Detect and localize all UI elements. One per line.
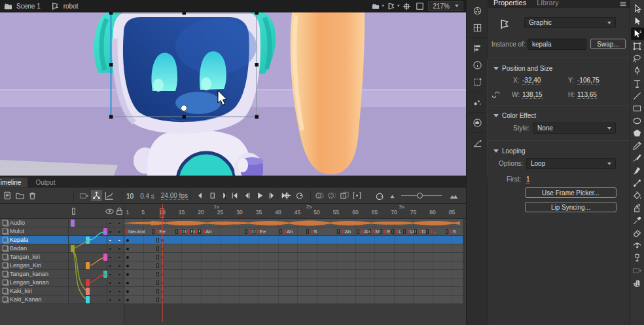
layer-lock-dot[interactable]: [118, 240, 120, 242]
frame-row-lengan_kiri[interactable]: [124, 261, 463, 270]
symbol-breadcrumb[interactable]: robot: [63, 3, 79, 10]
motion-editor-icon[interactable]: [469, 134, 486, 151]
tab-library[interactable]: Library: [537, 0, 559, 8]
layer-visibility-dot[interactable]: [109, 274, 111, 276]
free-transform-icon[interactable]: [631, 40, 644, 52]
layer-row-tangan_kiri[interactable]: Tangan_kiri: [0, 253, 124, 261]
layer-lock-dot[interactable]: [118, 248, 120, 250]
transform-panel-icon[interactable]: [469, 73, 486, 90]
rig-parent-bar[interactable]: [86, 237, 90, 244]
rig-parent-bar[interactable]: [103, 254, 107, 261]
new-folder-icon[interactable]: [14, 190, 26, 201]
layer-visibility-dot[interactable]: [109, 299, 111, 301]
layer-visibility-dot[interactable]: [109, 231, 111, 233]
playhead-handle[interactable]: [160, 208, 164, 218]
layer-lock-dot[interactable]: [118, 257, 120, 259]
edit-symbols-icon[interactable]: [386, 1, 397, 12]
frame-row-mulut[interactable]: NeutralEeDErFAhDEeAhSAhAhMELUhD..S: [124, 227, 463, 236]
symbol-type-dropdown[interactable]: Graphic: [524, 17, 616, 28]
loop-options-dropdown[interactable]: Loop: [526, 158, 616, 169]
frame-markers-icon[interactable]: [351, 190, 363, 201]
transform-point[interactable]: [181, 105, 187, 111]
stop-frame-icon[interactable]: [207, 190, 218, 201]
stage-canvas[interactable]: [0, 12, 466, 176]
zoom-in-mountains-icon[interactable]: [448, 190, 459, 201]
frame-row-badan[interactable]: [124, 244, 463, 253]
frame-grid-panel[interactable]: 1s2s3s1510152025303540455055606570758085…: [124, 204, 466, 325]
text-icon[interactable]: [631, 77, 644, 90]
layer-row-audio[interactable]: Audio: [0, 219, 124, 227]
edit-scene-icon[interactable]: [370, 1, 382, 12]
pen-icon[interactable]: [631, 65, 644, 77]
layer-row-tangan_kanan[interactable]: Tangan_kanan: [0, 270, 124, 278]
layer-visibility-dot[interactable]: [109, 265, 111, 267]
scene-breadcrumb[interactable]: Scene 1: [16, 3, 41, 10]
layer-lock-dot[interactable]: [118, 265, 120, 267]
rig-parent-bar[interactable]: [86, 288, 90, 295]
clip-content-icon[interactable]: [414, 1, 425, 12]
tab-timeline[interactable]: Timeline: [0, 178, 27, 187]
frame-back-icon[interactable]: [194, 190, 206, 201]
layer-lock-dot[interactable]: [118, 231, 120, 233]
camera-icon[interactable]: [79, 190, 90, 201]
ink-bottle-icon[interactable]: [631, 202, 644, 214]
info-panel-icon[interactable]: [469, 56, 486, 73]
onion-outline-icon[interactable]: [327, 190, 338, 201]
instance-name-field[interactable]: kepala: [528, 39, 586, 50]
section-looping[interactable]: Looping: [488, 143, 630, 157]
current-frame-value[interactable]: 10: [126, 193, 134, 200]
art-brush-icon[interactable]: [631, 152, 644, 164]
layer-visibility-dot[interactable]: [109, 257, 111, 259]
zoom-out-mini-icon[interactable]: [387, 190, 398, 201]
layer-visibility-dot[interactable]: [109, 291, 111, 293]
style-dropdown[interactable]: None: [533, 123, 616, 134]
rig-parent-bar[interactable]: [103, 271, 107, 278]
frame-row-kaki_kiri[interactable]: [124, 287, 463, 296]
lock-icon[interactable]: [114, 206, 125, 217]
play-icon[interactable]: [254, 190, 265, 201]
y-value[interactable]: -106,75: [577, 77, 599, 85]
cc-libraries-icon[interactable]: [469, 114, 486, 131]
rig-parent-bar[interactable]: [71, 245, 75, 252]
onion-skin-icon[interactable]: [314, 190, 325, 201]
align-icon[interactable]: [469, 39, 486, 56]
layer-row-badan[interactable]: Badan: [0, 244, 124, 253]
first-frame-icon[interactable]: [229, 190, 240, 201]
prev-frame-icon[interactable]: [241, 190, 253, 201]
swatches-icon[interactable]: [469, 19, 486, 36]
selection-icon[interactable]: [631, 15, 644, 28]
panel-menu-icon[interactable]: [617, 0, 628, 8]
rig-parent-bar[interactable]: [86, 262, 90, 269]
zoom-slider-knob[interactable]: [417, 193, 423, 199]
frame-row-tangan_kiri[interactable]: [124, 253, 463, 261]
rig-parent-bar[interactable]: [103, 228, 107, 235]
oval-icon[interactable]: [631, 115, 644, 127]
pencil-icon[interactable]: [631, 140, 644, 152]
layer-visibility-dot[interactable]: [109, 240, 111, 242]
rectangle-icon[interactable]: [631, 102, 644, 115]
layer-lock-dot[interactable]: [118, 282, 120, 284]
layer-row-mulut[interactable]: Mulut: [0, 227, 124, 236]
frame-row-tangan_kanan[interactable]: [124, 270, 463, 278]
x-value[interactable]: -32,40: [522, 77, 541, 85]
layer-row-kepala[interactable]: Kepala: [0, 236, 124, 244]
timeline-zoom-slider[interactable]: [401, 195, 442, 196]
selection-active-icon[interactable]: [631, 28, 644, 40]
frame-row-kaki_kanan[interactable]: [124, 296, 463, 304]
layer-lock-dot[interactable]: [118, 299, 120, 301]
stage-zoom-select[interactable]: 217%: [428, 1, 463, 11]
asset-warp-icon[interactable]: [631, 252, 644, 264]
use-frame-picker-button[interactable]: Use Frame Picker...: [525, 187, 617, 198]
center-stage-icon[interactable]: [401, 1, 412, 12]
w-value[interactable]: 138,15: [522, 91, 543, 99]
layer-visibility-dot[interactable]: [109, 223, 111, 225]
center-playhead-icon[interactable]: [281, 190, 293, 201]
multi-frame-icon[interactable]: [339, 190, 350, 201]
layer-row-kaki_kanan[interactable]: Kaki_Kanan: [0, 296, 124, 304]
eraser-icon[interactable]: [631, 227, 644, 239]
bone-icon[interactable]: [631, 177, 644, 189]
camera2-icon[interactable]: [631, 264, 644, 277]
swap-button[interactable]: Swap...: [590, 39, 626, 49]
rig-parent-bar[interactable]: [71, 220, 75, 227]
zoom-slider-track[interactable]: [401, 195, 442, 196]
